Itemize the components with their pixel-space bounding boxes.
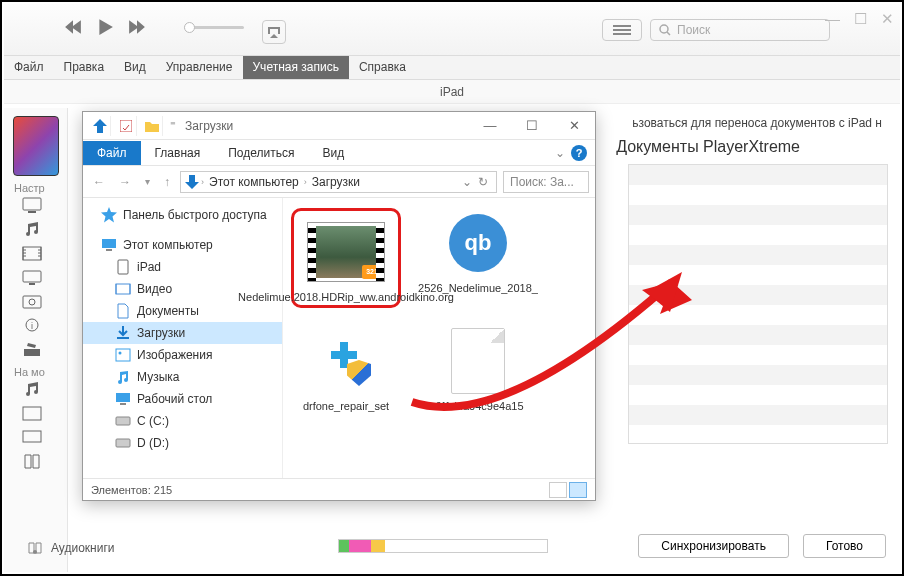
ex-maximize-button[interactable]: ☐ — [511, 118, 553, 133]
forward-button[interactable]: → — [115, 175, 135, 189]
svg-rect-18 — [106, 249, 112, 251]
itunes-sidebar: Настр i На мо — [4, 108, 68, 572]
nav-item-6[interactable]: Рабочий стол — [83, 388, 282, 410]
svg-line-4 — [667, 32, 670, 35]
next-button[interactable] — [128, 18, 146, 41]
nav-item-2[interactable]: Документы — [83, 300, 282, 322]
search-input[interactable]: Поиск — [650, 19, 830, 41]
qat-location-icon[interactable] — [89, 116, 111, 136]
up-button[interactable]: ↑ — [160, 175, 174, 189]
help-icon[interactable]: ? — [571, 145, 587, 161]
address-bar[interactable]: › Этот компьютер › Загрузки ⌄ ↻ — [180, 171, 497, 193]
svg-rect-0 — [613, 25, 631, 27]
volume-slider[interactable] — [184, 26, 244, 29]
hint-text: ьзоваться для переноса документов с iPad… — [632, 116, 882, 130]
qat-folder-icon[interactable] — [141, 116, 163, 136]
documents-panel[interactable] — [628, 164, 888, 444]
back-button[interactable]: ← — [89, 175, 109, 189]
itunes-toolbar: Поиск — ☐ ✕ — [4, 4, 900, 56]
svg-rect-25 — [116, 417, 130, 425]
done-button[interactable]: Готово — [803, 534, 886, 558]
summary-icon[interactable] — [22, 197, 42, 214]
od-movies-icon[interactable] — [22, 405, 42, 422]
svg-rect-19 — [118, 260, 128, 274]
qat-properties-icon[interactable] — [115, 116, 137, 136]
svg-text:i: i — [31, 321, 33, 331]
od-books-icon[interactable] — [22, 453, 42, 470]
item-count: Элементов: 215 — [91, 484, 172, 496]
file-item[interactable]: .6f1d4a04c9e4a15 — [423, 326, 533, 412]
star-icon — [101, 207, 117, 223]
menu-Справка[interactable]: Справка — [349, 56, 416, 79]
menu-Управление[interactable]: Управление — [156, 56, 243, 79]
file-list[interactable]: 321Nedelimue.2018.HDRip_ww.androidkino.o… — [283, 198, 595, 478]
movies-icon[interactable] — [22, 245, 42, 262]
minimize-button[interactable]: — — [825, 10, 840, 28]
audiobooks-icon — [27, 540, 43, 556]
playback-controls — [64, 18, 146, 41]
tab-view[interactable]: Вид — [308, 141, 358, 165]
menu-Правка[interactable]: Правка — [54, 56, 115, 79]
svg-rect-9 — [23, 296, 41, 308]
ex-close-button[interactable]: ✕ — [553, 118, 595, 133]
nav-pane: Панель быстрого доступа Этот компьютер i… — [83, 198, 283, 478]
status-bar: Элементов: 215 — [83, 478, 595, 500]
svg-point-10 — [29, 299, 35, 305]
tab-home[interactable]: Главная — [141, 141, 215, 165]
play-button[interactable] — [96, 18, 114, 41]
svg-rect-5 — [23, 198, 41, 210]
svg-rect-8 — [23, 271, 41, 282]
nav-quick-access[interactable]: Панель быстрого доступа — [83, 204, 282, 226]
info-icon[interactable]: i — [22, 317, 42, 334]
airplay-icon[interactable] — [262, 20, 286, 44]
music-icon[interactable] — [22, 221, 42, 238]
address-dropdown-icon[interactable]: ⌄ — [462, 175, 472, 189]
od-tv-icon[interactable] — [22, 429, 42, 446]
audiobooks-item[interactable]: Аудиокниги — [27, 540, 115, 556]
downloads-icon — [185, 175, 199, 189]
prev-button[interactable] — [64, 18, 82, 41]
nav-item-4[interactable]: Изображения — [83, 344, 282, 366]
tv-icon[interactable] — [22, 269, 42, 286]
nav-item-8[interactable]: D (D:) — [83, 432, 282, 454]
refresh-icon[interactable]: ↻ — [474, 175, 492, 189]
file-item[interactable]: drfone_repair_set — [291, 326, 401, 412]
details-view-icon[interactable] — [549, 482, 567, 498]
qat-overflow-icon[interactable]: ⁼ — [167, 119, 179, 132]
device-thumbnail[interactable] — [13, 116, 59, 176]
crumb-downloads[interactable]: Загрузки — [309, 175, 363, 189]
ex-minimize-button[interactable]: — — [469, 118, 511, 133]
list-view-icon[interactable] — [602, 19, 642, 41]
icons-view-icon[interactable] — [569, 482, 587, 498]
nav-this-pc[interactable]: Этот компьютер — [83, 234, 282, 256]
maximize-button[interactable]: ☐ — [854, 10, 867, 28]
close-button[interactable]: ✕ — [881, 10, 894, 28]
svg-rect-20 — [116, 284, 130, 294]
nav-item-7[interactable]: C (C:) — [83, 410, 282, 432]
photos-icon[interactable] — [22, 293, 42, 310]
apps-icon[interactable] — [22, 341, 42, 358]
svg-point-22 — [119, 352, 122, 355]
file-tab[interactable]: Файл — [83, 141, 141, 165]
nav-item-5[interactable]: Музыка — [83, 366, 282, 388]
file-item[interactable]: qb2526_Nedelimue_2018_ — [423, 208, 533, 308]
settings-label: Настр — [4, 182, 67, 194]
od-music-icon[interactable] — [22, 381, 42, 398]
svg-point-15 — [33, 550, 37, 554]
menu-Файл[interactable]: Файл — [4, 56, 54, 79]
nav-item-3[interactable]: Загрузки — [83, 322, 282, 344]
svg-point-3 — [660, 25, 668, 33]
file-item[interactable]: 321Nedelimue.2018.HDRip_ww.androidkino.o… — [291, 208, 401, 308]
tab-share[interactable]: Поделиться — [214, 141, 308, 165]
menu-Вид[interactable]: Вид — [114, 56, 156, 79]
svg-rect-14 — [23, 431, 41, 442]
device-title: iPad — [4, 80, 900, 104]
sync-button[interactable]: Синхронизировать — [638, 534, 789, 558]
history-dropdown-icon[interactable]: ▾ — [141, 176, 154, 187]
crumb-pc[interactable]: Этот компьютер — [206, 175, 302, 189]
ribbon-collapse-icon[interactable]: ⌄ — [555, 146, 565, 160]
nav-item-0[interactable]: iPad — [83, 256, 282, 278]
menu-Учетная запись[interactable]: Учетная запись — [243, 56, 349, 79]
explorer-search-input[interactable]: Поиск: За... — [503, 171, 589, 193]
svg-rect-21 — [116, 349, 130, 361]
